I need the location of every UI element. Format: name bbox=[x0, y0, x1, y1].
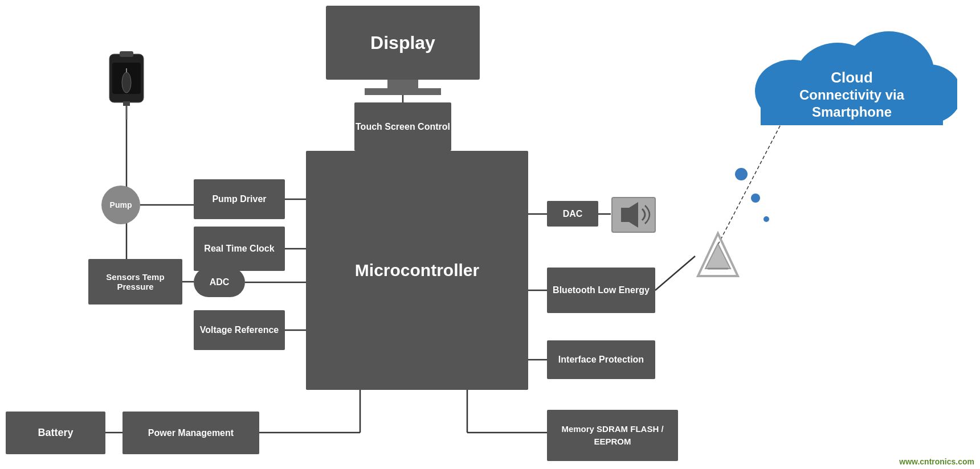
pump-driver-box: Pump Driver bbox=[194, 179, 285, 219]
bt-dot-small bbox=[763, 216, 769, 222]
interface-protection-box: Interface Protection bbox=[547, 340, 655, 379]
svg-text:Cloud: Cloud bbox=[831, 69, 873, 86]
display-base bbox=[365, 88, 441, 95]
pump-driver-label: Pump Driver bbox=[212, 194, 266, 204]
ble-label: Bluetooth Low Energy bbox=[553, 285, 650, 295]
touch-screen-box: Touch Screen Control bbox=[354, 102, 451, 151]
adc-box: ADC bbox=[194, 268, 245, 297]
real-time-clock-box: Real Time Clock bbox=[194, 227, 285, 271]
voltage-ref-box: Voltage Reference bbox=[194, 310, 285, 350]
battery-label: Battery bbox=[38, 427, 73, 439]
voltage-ref-label: Voltage Reference bbox=[200, 325, 279, 335]
sensors-label: Sensors Temp Pressure bbox=[88, 272, 182, 291]
iv-bag-icon bbox=[104, 51, 149, 120]
microcontroller-label: Microcontroller bbox=[355, 261, 479, 280]
svg-point-27 bbox=[122, 72, 131, 93]
pump-circle: Pump bbox=[101, 186, 140, 224]
speaker-icon bbox=[611, 196, 656, 233]
power-management-box: Power Management bbox=[122, 412, 259, 454]
dac-label: DAC bbox=[563, 209, 583, 219]
pump-label: Pump bbox=[110, 200, 132, 209]
svg-line-20 bbox=[655, 256, 695, 290]
touch-screen-label: Touch Screen Control bbox=[356, 122, 450, 132]
watermark: www.cntronics.com bbox=[899, 457, 974, 466]
svg-text:Connectivity via: Connectivity via bbox=[799, 87, 905, 102]
battery-box: Battery bbox=[6, 412, 105, 454]
memory-label: Memory SDRAM FLASH / EEPROM bbox=[547, 423, 678, 449]
cloud-shape: Cloud Connectivity via Smartphone bbox=[746, 6, 957, 131]
display-monitor: Display bbox=[326, 6, 480, 80]
svg-marker-33 bbox=[705, 244, 730, 269]
svg-text:Smartphone: Smartphone bbox=[812, 104, 892, 120]
svg-rect-23 bbox=[120, 51, 133, 57]
bt-dot-medium bbox=[751, 194, 760, 203]
sensors-box: Sensors Temp Pressure bbox=[88, 259, 182, 305]
microcontroller-box: Microcontroller bbox=[306, 151, 528, 390]
memory-box: Memory SDRAM FLASH / EEPROM bbox=[547, 410, 678, 461]
diagram-container: Display Touch Screen Control Microcontro… bbox=[0, 0, 980, 469]
dac-box: DAC bbox=[547, 201, 598, 227]
svg-rect-25 bbox=[123, 101, 130, 106]
antenna-icon bbox=[695, 228, 741, 285]
svg-line-21 bbox=[718, 114, 786, 245]
display-label: Display bbox=[370, 32, 435, 54]
ble-box: Bluetooth Low Energy bbox=[547, 268, 655, 313]
power-management-label: Power Management bbox=[148, 428, 234, 438]
adc-label: ADC bbox=[210, 277, 230, 287]
bt-dot-large bbox=[735, 168, 748, 180]
interface-protection-label: Interface Protection bbox=[558, 355, 644, 365]
svg-rect-31 bbox=[621, 208, 629, 222]
real-time-clock-label: Real Time Clock bbox=[204, 244, 274, 254]
